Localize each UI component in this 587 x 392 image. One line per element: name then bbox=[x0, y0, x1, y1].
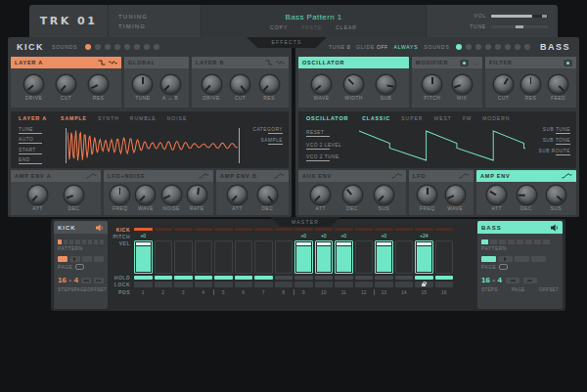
knob-feed[interactable]: FEED bbox=[549, 75, 567, 101]
knob-wave[interactable]: WAVE bbox=[312, 75, 331, 101]
kick-step-7[interactable] bbox=[254, 228, 273, 231]
bass-mute-button[interactable] bbox=[551, 224, 559, 232]
kick-sample-tab-synth[interactable]: SYNTH bbox=[98, 115, 119, 121]
pitch-step-10[interactable]: +0 bbox=[315, 233, 334, 240]
hold-step-9[interactable] bbox=[294, 276, 313, 280]
bass-sound-dot-7[interactable] bbox=[515, 44, 520, 50]
hold-step-7[interactable] bbox=[254, 276, 273, 280]
hold-step-4[interactable] bbox=[195, 276, 213, 280]
bass-sound-dot-2[interactable] bbox=[466, 44, 472, 50]
kick-sample-tab-noise[interactable]: NOISE bbox=[167, 115, 188, 121]
lock-step-7[interactable] bbox=[254, 282, 273, 287]
kick-sound-dot-5[interactable] bbox=[124, 44, 130, 50]
knob-drive[interactable]: DRIVE bbox=[24, 75, 43, 101]
lock-step-11[interactable] bbox=[335, 282, 353, 287]
knob-att[interactable]: ATT bbox=[228, 186, 247, 211]
kick-step-5[interactable] bbox=[214, 228, 233, 231]
kick-pattern-slot-3[interactable] bbox=[69, 240, 73, 244]
hold-step-1[interactable] bbox=[134, 276, 153, 280]
bass-page-3[interactable] bbox=[515, 256, 529, 262]
kick-step-10[interactable] bbox=[315, 228, 334, 231]
knob-noise[interactable]: NOISE bbox=[162, 186, 181, 211]
vel-step-15[interactable] bbox=[415, 240, 433, 274]
hold-step-5[interactable] bbox=[214, 276, 233, 280]
knob-att[interactable]: ATT bbox=[487, 186, 506, 211]
kick-sound-dot-6[interactable] bbox=[134, 44, 140, 50]
kick-page-1[interactable] bbox=[58, 256, 68, 262]
lock-step-15[interactable] bbox=[415, 282, 433, 287]
lock-step-16[interactable] bbox=[435, 282, 454, 287]
knob-cut[interactable]: CUT bbox=[231, 75, 249, 101]
filter-power-badge[interactable] bbox=[564, 60, 572, 66]
bass-pattern-slot-5[interactable] bbox=[517, 240, 523, 244]
clear-button[interactable]: CLEAR bbox=[336, 24, 357, 30]
kick-step-15[interactable] bbox=[415, 228, 433, 231]
knob-wave[interactable]: WAVE bbox=[446, 186, 465, 211]
bass-osc-tab-modern[interactable]: MODERN bbox=[482, 115, 510, 121]
pattern-name[interactable]: Bass Pattern 1 bbox=[285, 13, 341, 22]
page-loop-icon[interactable] bbox=[499, 264, 508, 270]
knob-freq[interactable]: FREQ bbox=[418, 186, 436, 211]
bass-page-2[interactable] bbox=[498, 256, 513, 262]
page-loop-icon[interactable] bbox=[75, 264, 84, 270]
bass-osc-tab-fm[interactable]: FM bbox=[463, 115, 472, 121]
kick-step-1[interactable] bbox=[134, 228, 153, 231]
sine-wave-icon[interactable] bbox=[109, 60, 117, 65]
pitch-step-2[interactable] bbox=[155, 233, 173, 240]
bass-osc-param-reset[interactable]: RESET bbox=[306, 130, 355, 137]
bass-sound-dot-8[interactable] bbox=[524, 44, 530, 50]
bass-pattern-slot-7[interactable] bbox=[534, 240, 541, 244]
vel-step-5[interactable] bbox=[214, 240, 233, 274]
sine-wave-icon[interactable] bbox=[276, 60, 285, 65]
kick-sound-dot-8[interactable] bbox=[154, 44, 159, 50]
tab-master[interactable]: MASTER bbox=[270, 217, 340, 227]
kick-step-16[interactable] bbox=[435, 228, 454, 231]
sample-start-marker[interactable] bbox=[66, 128, 67, 163]
hold-step-14[interactable] bbox=[395, 276, 414, 280]
lock-step-1[interactable] bbox=[134, 282, 153, 287]
vel-step-10[interactable] bbox=[315, 240, 334, 274]
paste-button[interactable]: PASTE bbox=[301, 24, 322, 30]
lock-step-4[interactable] bbox=[195, 282, 213, 287]
kick-steps-value[interactable]: 16 bbox=[58, 276, 67, 284]
vel-step-4[interactable] bbox=[195, 240, 213, 274]
kick-sample-param-auto[interactable]: AUTO bbox=[19, 137, 64, 144]
kick-pattern-slot-7[interactable] bbox=[94, 240, 98, 244]
bass-pattern-slot-1[interactable] bbox=[481, 240, 488, 244]
lock-step-3[interactable] bbox=[174, 282, 193, 287]
timing-button[interactable]: TIMING bbox=[118, 23, 201, 29]
bass-sound-dot-1[interactable] bbox=[456, 44, 462, 50]
knob-res[interactable]: RES bbox=[89, 75, 108, 101]
kick-step-14[interactable] bbox=[395, 228, 414, 231]
copy-button[interactable]: COPY bbox=[270, 24, 288, 30]
modifier-power-badge[interactable] bbox=[460, 60, 469, 66]
bass-offset-right-button[interactable]: ▶▶ bbox=[523, 278, 537, 283]
bass-pattern-slot-6[interactable] bbox=[525, 240, 532, 244]
bass-osc-tab-super[interactable]: SUPER bbox=[401, 115, 423, 121]
tune-slider[interactable] bbox=[491, 25, 548, 28]
bass-glide-value[interactable]: OFF bbox=[377, 44, 388, 50]
hold-step-2[interactable] bbox=[155, 276, 173, 280]
knob-sub[interactable]: SUB bbox=[377, 75, 395, 101]
kick-step-12[interactable] bbox=[355, 228, 374, 231]
kick-page-value[interactable]: 4 bbox=[73, 276, 77, 284]
vel-step-14[interactable] bbox=[395, 240, 414, 274]
kick-step-9[interactable] bbox=[294, 228, 313, 231]
bass-osc-param-sub-tone[interactable]: SUB TONE bbox=[543, 138, 570, 145]
pitch-step-4[interactable] bbox=[195, 233, 213, 240]
bass-page-1[interactable] bbox=[481, 256, 496, 262]
knob-dec[interactable]: DEC bbox=[343, 186, 362, 211]
knob-sus[interactable]: SUS bbox=[547, 186, 565, 211]
kick-pattern-slot-6[interactable] bbox=[88, 240, 92, 244]
pitch-step-13[interactable]: +0 bbox=[375, 233, 393, 240]
hold-step-15[interactable] bbox=[415, 276, 433, 280]
bass-steps-value[interactable]: 16 bbox=[481, 276, 490, 284]
bass-osc-param-vco-2-level[interactable]: VCO 2 LEVEL bbox=[306, 143, 355, 150]
kick-pattern-slot-1[interactable] bbox=[58, 240, 62, 244]
kick-sample-tab-rumble[interactable]: RUMBLE bbox=[130, 115, 157, 121]
kick-step-3[interactable] bbox=[174, 228, 193, 231]
bass-osc-param-sub-tune[interactable]: SUB TUNE bbox=[543, 127, 570, 134]
lock-step-5[interactable] bbox=[214, 282, 233, 287]
bass-page-value[interactable]: 4 bbox=[497, 276, 501, 284]
kick-step-11[interactable] bbox=[335, 228, 353, 231]
